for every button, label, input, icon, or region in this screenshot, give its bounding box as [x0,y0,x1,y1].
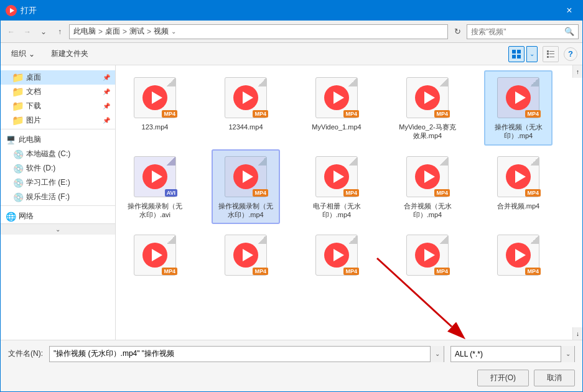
file-badge-7: MP4 [253,189,268,197]
file-corner-6 [167,157,175,166]
sidebar-scroll-down[interactable]: ⌄ [1,223,115,235]
address-path[interactable]: 此电脑 > 桌面 > 测试 > 视频 ⌄ [69,24,448,39]
file-item-myvideo1[interactable]: MP4 MyVideo_1.mp4 [302,70,371,146]
svg-rect-8 [547,53,549,55]
file-icon-wrap-3: MP4 [312,75,361,120]
sidebar-item-cdrive[interactable]: 💿 本地磁盘 (C:) [1,147,115,161]
file-badge-5: MP4 [525,110,541,118]
dialog-window: 打开 × ← → ⌄ ↑ 此电脑 > 桌面 > 测试 > 视频 ⌄ ↻ 🔍 组织… [0,0,583,392]
svg-rect-10 [547,56,549,58]
filetype-select-wrap[interactable]: ⌄ [450,346,575,362]
search-box[interactable]: 🔍 [467,24,579,39]
filetype-select[interactable] [451,350,561,358]
file-area: ↑ MP4 123.mp4 [116,65,582,340]
sidebar-item-desktop[interactable]: 📁 桌面 📌 [1,70,115,85]
path-mypc: 此电脑 [73,26,96,37]
sidebar-item-fdrive[interactable]: 💿 娱乐生活 (F:) [1,190,115,204]
file-corner-3 [348,78,357,86]
file-badge-2: MP4 [253,110,268,118]
drive-icon-e: 💿 [13,178,23,188]
file-item-merge-nowatermark[interactable]: MP4 合并视频（无水印）.mp4 [393,149,462,225]
file-corner-5 [530,78,539,86]
sidebar-label-ddrive: 软件 (D:) [26,163,55,174]
file-item-caozuo-avi[interactable]: AVI 操作视频录制（无水印）.avi [121,149,189,225]
cancel-button[interactable]: 取消 [534,370,575,386]
tv-logo-13 [324,243,349,268]
search-input[interactable] [471,27,564,36]
file-corner-12 [258,235,266,244]
sidebar-item-downloads[interactable]: 📁 下载 📌 [1,99,115,113]
forward-button[interactable]: → [21,25,34,39]
tv-logo-14 [415,243,440,268]
sidebar-label-edrive: 学习工作 (E:) [26,177,70,188]
filename-input-wrap[interactable]: ⌄ [49,346,444,362]
filename-dropdown-button[interactable]: ⌄ [430,346,444,362]
tv-logo-4 [415,85,440,110]
file-item-myvideo2[interactable]: MP4 MyVideo_2-马赛克效果.mp4 [393,70,462,146]
file-item-caozuo-mp4-2[interactable]: MP4 操作视频录制（无水印）.mp4 [212,149,280,225]
file-item-15[interactable]: MP4 [484,228,553,285]
close-button[interactable]: × [561,2,577,19]
file-name-7: 操作视频录制（无水印）.mp4 [215,202,276,220]
path-sep3: > [147,27,151,36]
view-grid-button[interactable] [508,46,525,62]
network-icon: 🌐 [6,212,16,222]
sidebar-item-edrive[interactable]: 💿 学习工作 (E:) [1,175,115,190]
file-badge-9: MP4 [434,189,450,197]
help-button[interactable]: ? [564,47,577,61]
scroll-down-button[interactable]: ↓ [572,327,582,340]
file-item-photo-album[interactable]: MP4 电子相册（无水印）.mp4 [302,149,371,225]
file-badge-6: AVI [165,189,177,197]
file-item-merge[interactable]: MP4 合并视频.mp4 [484,149,553,225]
up-button[interactable]: ↑ [53,25,67,39]
svg-rect-7 [549,51,554,52]
file-icon-wrap-15: MP4 [493,233,543,278]
file-item-11[interactable]: MP4 [121,228,189,285]
file-item-12[interactable]: MP4 [212,228,280,285]
file-corner-15 [530,235,539,244]
file-item-13[interactable]: MP4 [302,228,371,285]
sidebar-pin-downloads: 📌 [103,103,110,110]
organize-button[interactable]: 组织 ⌄ [6,46,40,62]
filetype-dropdown-button[interactable]: ⌄ [561,346,574,362]
svg-rect-3 [517,50,521,54]
filename-input[interactable] [50,350,430,358]
file-badge-3: MP4 [343,110,359,118]
view-dropdown-button[interactable]: ⌄ [526,46,538,62]
sidebar-label-docs: 文档 [26,86,41,97]
file-name-2: 12344.mp4 [228,123,263,131]
sidebar-item-network[interactable]: 🌐 网络 [1,209,115,223]
new-folder-button[interactable]: 新建文件夹 [45,46,94,62]
sidebar-pin-docs: 📌 [103,88,110,95]
folder-icon: 📁 [13,73,23,83]
file-name-6: 操作视频录制（无水印）.avi [124,202,185,220]
sidebar-item-ddrive[interactable]: 💿 软件 (D:) [1,161,115,175]
file-item-14[interactable]: MP4 [393,228,462,285]
file-corner-9 [439,157,448,166]
file-corner-14 [439,235,448,244]
search-icon[interactable]: 🔍 [564,27,574,36]
main-content: 📁 桌面 📌 📁 文档 📌 📁 下载 📌 📁 图片 📌 🖥️ [1,65,582,340]
sidebar-label-cdrive: 本地磁盘 (C:) [26,149,70,159]
folder-icon-docs: 📁 [13,87,23,97]
sidebar-item-mypc[interactable]: 🖥️ 此电脑 [1,133,115,147]
file-badge-12: MP4 [253,268,268,275]
refresh-button[interactable]: ↻ [450,25,464,39]
view-detail-button[interactable] [543,46,559,62]
sidebar-item-docs[interactable]: 📁 文档 📌 [1,85,115,99]
file-corner-10 [530,157,539,166]
organize-label: 组织 [11,49,26,59]
sidebar-item-pictures[interactable]: 📁 图片 📌 [1,113,115,128]
sidebar-label-network: 网络 [19,211,34,222]
open-button[interactable]: 打开(O) [477,370,529,386]
file-item-12344mp4[interactable]: MP4 12344.mp4 [212,70,280,146]
sidebar-label-pictures: 图片 [26,115,41,126]
dropdown-button[interactable]: ⌄ [37,25,50,39]
sidebar-label-mypc: 此电脑 [19,134,41,145]
back-button[interactable]: ← [4,25,18,39]
title-bar: 打开 × [1,1,582,21]
scroll-up-button[interactable]: ↑ [572,65,582,78]
file-item-caozuo-nowatermark[interactable]: MP4 操作视频（无水印）.mp4 [484,70,553,146]
file-item-123mp4[interactable]: MP4 123.mp4 [121,70,189,146]
file-corner-13 [348,235,357,244]
